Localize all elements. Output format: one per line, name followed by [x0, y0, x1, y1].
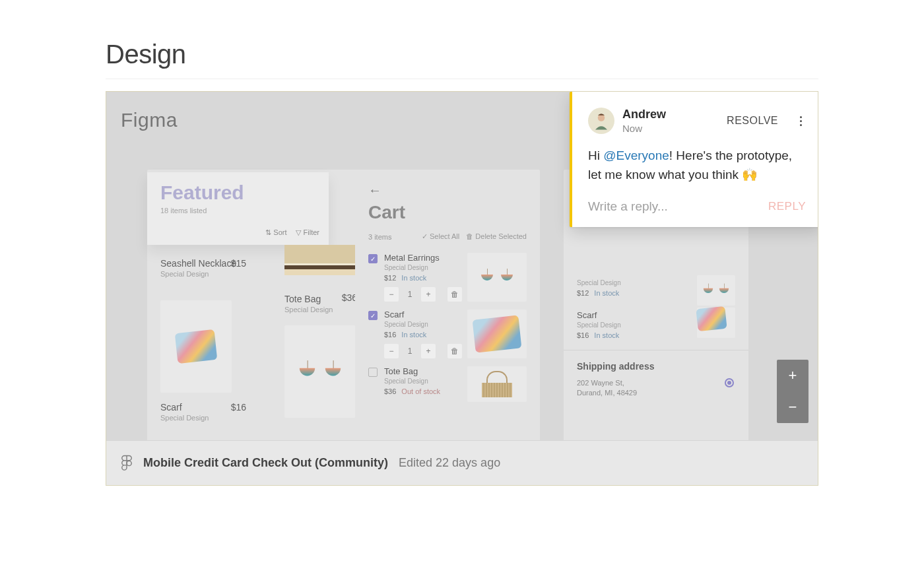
qty-minus-button[interactable]: − [384, 344, 399, 358]
product-tile[interactable]: Tote Bag Special Design $36 [284, 294, 357, 314]
delete-selected-button[interactable]: 🗑 Delete Selected [466, 232, 527, 241]
zoom-in-button[interactable]: + [777, 360, 808, 391]
cart-item-thumb [467, 253, 527, 302]
cart-item-price: $12 [384, 274, 396, 282]
shipping-section: Shipping address 202 Wayne St, Durand, M… [564, 350, 748, 399]
zoom-out-button[interactable]: − [777, 391, 808, 423]
reply-button[interactable]: REPLY [768, 200, 806, 213]
cart-item: ✓ Metal Earrings Special Design $12 In s… [355, 249, 540, 306]
product-tile[interactable]: Scarf Special Design $16 [160, 402, 246, 422]
cart-item: ✓ Scarf Special Design $16 In stock − 1 … [355, 306, 540, 362]
qty-plus-button[interactable]: + [421, 344, 436, 358]
resolve-button[interactable]: RESOLVE [727, 115, 778, 127]
trash-icon[interactable]: 🗑 [447, 344, 462, 358]
cart-item-stock: In stock [401, 331, 426, 339]
cart-item-price: $36 [384, 387, 396, 395]
svg-point-0 [598, 114, 605, 121]
checkbox-icon[interactable]: ✓ [368, 368, 378, 377]
edited-meta: Edited 22 days ago [399, 456, 500, 470]
shipping-address: 202 Wayne St, Durand, MI, 48429 [577, 378, 735, 399]
avatar [588, 108, 614, 134]
summary-stock: In stock [594, 289, 619, 297]
page-title: Design [106, 40, 818, 79]
cart-item: ✓ Tote Bag Special Design $36 Out of sto… [355, 362, 540, 399]
summary-name: Scarf [577, 310, 621, 320]
filter-button[interactable]: ▽ Filter [296, 228, 319, 237]
cart-item-thumb [467, 366, 527, 402]
qty-minus-button[interactable]: − [384, 287, 399, 302]
featured-card: Featured 18 items listed ⇅ Sort ▽ Filter… [147, 170, 370, 442]
file-name[interactable]: Mobile Credit Card Check Out (Community) [143, 456, 388, 470]
back-arrow-icon[interactable]: ← [368, 183, 527, 198]
comment-timestamp: Now [622, 123, 719, 134]
cart-item-price: $16 [384, 331, 396, 339]
product-price: $16 [231, 402, 246, 412]
more-menu-icon[interactable] [795, 116, 806, 126]
summary-thumb [697, 275, 735, 306]
checkbox-icon[interactable]: ✓ [368, 254, 378, 263]
product-sub: Special Design [160, 270, 246, 278]
shipping-heading: Shipping address [577, 361, 735, 372]
cart-card: ← Cart 3 items ✓ Select All 🗑 Delete Sel… [355, 170, 540, 442]
qty-value: 1 [403, 287, 417, 302]
cart-count: 3 items [368, 233, 391, 241]
featured-subtitle: 18 items listed [160, 207, 315, 214]
reply-input[interactable]: Write a reply... [588, 199, 668, 214]
summary-price: $16 [577, 331, 589, 339]
summary-thumb [697, 308, 735, 338]
summary-stock: In stock [594, 331, 619, 339]
trash-icon[interactable]: 🗑 [447, 287, 462, 302]
figma-embed: Figma Featured 18 items listed ⇅ Sort ▽ … [106, 91, 818, 486]
summary-item: Scarf Special Design $16 In stock [564, 308, 748, 350]
embed-app-label: Figma [121, 109, 178, 131]
comment-body: Hi @Everyone! Here's the prototype, let … [588, 146, 806, 185]
qty-value: 1 [403, 344, 417, 358]
radio-selected-icon[interactable] [725, 378, 734, 387]
product-thumb [284, 245, 356, 275]
featured-header: Featured 18 items listed ⇅ Sort ▽ Filter [147, 172, 329, 245]
product-tile[interactable]: Seashell Necklace Special Design $15 [160, 258, 246, 278]
sort-button[interactable]: ⇅ Sort [265, 228, 286, 237]
qty-plus-button[interactable]: + [421, 287, 436, 302]
summary-sub: Special Design [577, 279, 621, 286]
figma-logo-icon [121, 455, 133, 472]
svg-point-1 [127, 461, 131, 465]
select-all-button[interactable]: ✓ Select All [422, 232, 459, 241]
summary-price: $12 [577, 289, 589, 297]
product-thumb [284, 325, 356, 418]
mention[interactable]: @Everyone [603, 148, 669, 162]
summary-item: Special Design $12 In stock [564, 275, 748, 308]
product-thumb [160, 300, 232, 393]
product-sub: Special Design [160, 414, 246, 422]
summary-sub: Special Design [577, 321, 621, 329]
comment-author: Andrew [622, 108, 719, 121]
cart-title: Cart [368, 202, 527, 223]
cart-item-stock: In stock [401, 274, 426, 282]
featured-heading: Featured [160, 182, 315, 204]
comment-popover: Andrew Now RESOLVE Hi @Everyone! Here's … [570, 92, 818, 227]
cart-item-stock: Out of stock [401, 387, 440, 395]
checkbox-icon[interactable]: ✓ [368, 311, 378, 320]
product-price: $15 [231, 258, 246, 269]
cart-item-thumb [467, 310, 527, 358]
zoom-controls: + − [777, 360, 808, 423]
embed-footer: Mobile Credit Card Check Out (Community)… [106, 440, 818, 485]
